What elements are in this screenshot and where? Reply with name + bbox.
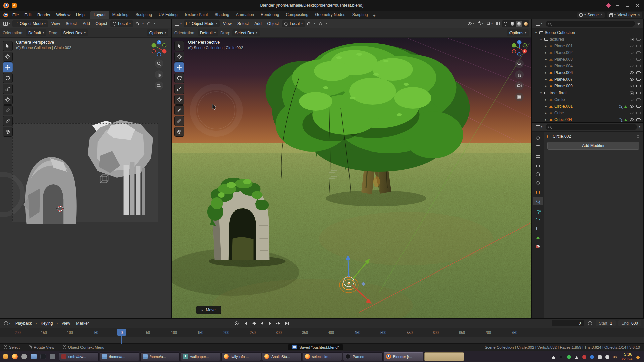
hide-viewport-icon[interactable]: [630, 112, 634, 114]
tab-tool[interactable]: [533, 134, 543, 142]
hide-viewport-icon[interactable]: [630, 52, 634, 54]
tab-material[interactable]: [533, 242, 543, 251]
expand-icon[interactable]: ▸: [544, 111, 548, 115]
pan-hand-icon[interactable]: [155, 70, 163, 79]
clock[interactable]: 5:36 3/29/24: [621, 352, 632, 361]
proportional-falloff-button[interactable]: ▾: [153, 21, 157, 26]
taskbar-window-select-sim[interactable]: select sim...: [303, 352, 342, 361]
outliner-row-object[interactable]: ▸ Plane.004: [532, 63, 643, 69]
spotify-icon[interactable]: [567, 354, 571, 359]
snap-options-button[interactable]: ▾: [141, 21, 145, 26]
measure-tool[interactable]: [174, 116, 184, 126]
bluetooth-icon[interactable]: [590, 354, 594, 359]
tab-modeling[interactable]: Modeling: [109, 11, 132, 19]
unlink-scene-icon[interactable]: ×: [600, 13, 602, 17]
operator-panel[interactable]: ▸ Move: [196, 306, 221, 314]
scale-tool[interactable]: [3, 84, 13, 94]
show-hide-dropdown[interactable]: ▾: [466, 21, 475, 26]
orientation-dropdown[interactable]: Default▾: [198, 29, 218, 36]
menu-file[interactable]: File: [10, 12, 21, 18]
transform-orientation-select[interactable]: Local▾: [282, 20, 305, 27]
jump-to-end-button[interactable]: [283, 320, 291, 327]
outliner-row-scene-collection[interactable]: ▾ Scene Collection: [532, 29, 643, 36]
tab-sculpting[interactable]: Sculpting: [132, 11, 155, 19]
playhead[interactable]: 0: [117, 329, 126, 336]
outliner-row-object[interactable]: ▸ Circle.001: [532, 103, 643, 110]
network-icon[interactable]: [605, 354, 610, 359]
material-preview-button[interactable]: [516, 21, 522, 27]
menu-add[interactable]: Add: [80, 20, 92, 27]
disable-render-icon[interactable]: [636, 98, 640, 101]
hide-viewport-icon[interactable]: [630, 65, 634, 67]
outliner-row-object[interactable]: ▸ Plane.007: [532, 76, 643, 83]
hide-viewport-icon[interactable]: [630, 58, 634, 60]
measure-tool[interactable]: [3, 116, 13, 126]
outliner-row-collection[interactable]: ▾ tree_final: [532, 89, 643, 96]
menu-add[interactable]: Add: [252, 20, 264, 27]
filter-dropdown-icon[interactable]: ▾: [639, 126, 640, 128]
tab-compositing[interactable]: Compositing: [282, 11, 312, 19]
disable-render-icon[interactable]: [636, 112, 640, 114]
expand-icon[interactable]: ▸: [544, 105, 548, 108]
volume-icon[interactable]: [597, 354, 602, 359]
outliner-row-collection[interactable]: ▾ textures: [532, 36, 643, 43]
editor-type-button[interactable]: ▾: [3, 320, 12, 326]
add-cube-tool[interactable]: [174, 127, 184, 137]
disable-render-icon[interactable]: [636, 58, 640, 61]
system-monitor-icon[interactable]: [551, 354, 556, 359]
snap-toggle[interactable]: [306, 21, 312, 26]
select-box-tool[interactable]: [174, 41, 184, 51]
timeline-body[interactable]: -200 -150 -100 -50 50 100 150 200 250 30…: [0, 328, 644, 344]
menu-playback[interactable]: Playback: [13, 320, 34, 327]
menu-marker[interactable]: Marker: [74, 320, 91, 327]
expand-icon[interactable]: ▸: [544, 44, 548, 48]
taskbar-window-home2[interactable]: /home/a...: [140, 352, 180, 361]
expand-icon[interactable]: ▾: [539, 91, 543, 95]
outliner-row-object[interactable]: ▸ Plane.006: [532, 69, 643, 76]
hide-viewport-icon[interactable]: [630, 85, 634, 87]
outliner-search-input[interactable]: [546, 21, 635, 27]
camera-view-icon[interactable]: [155, 81, 163, 90]
tab-output[interactable]: [533, 152, 543, 160]
keyboard-layout-indicator[interactable]: us: [613, 355, 617, 359]
tab-world[interactable]: [533, 179, 543, 187]
editor-type-button[interactable]: ▾: [174, 21, 183, 27]
overlays-dropdown[interactable]: ▾: [486, 21, 494, 26]
collection-checkbox[interactable]: [630, 38, 634, 41]
zoom-icon[interactable]: [155, 59, 163, 68]
snap-options-button[interactable]: ▾: [313, 21, 317, 26]
options-dropdown[interactable]: Options▾: [147, 29, 168, 36]
viewlayer-selector[interactable]: ▾ ViewLayer ×: [607, 12, 642, 18]
tab-object-data[interactable]: [533, 233, 543, 242]
tab-render[interactable]: [533, 143, 543, 151]
menu-render[interactable]: Render: [35, 12, 53, 18]
next-keyframe-button[interactable]: [275, 320, 282, 327]
editor-launcher-icon[interactable]: [48, 352, 57, 361]
files-launcher-icon[interactable]: [30, 352, 38, 361]
menu-select[interactable]: Select: [63, 20, 79, 27]
tab-scene[interactable]: [533, 170, 543, 178]
rotate-tool[interactable]: [3, 73, 13, 83]
hide-viewport-icon[interactable]: [630, 99, 634, 101]
orientation-dropdown[interactable]: Default▾: [26, 29, 46, 36]
steam-icon[interactable]: [559, 354, 564, 359]
minimize-button[interactable]: [614, 3, 621, 8]
app-menu-icon[interactable]: [1, 352, 10, 361]
select-box-tool[interactable]: [3, 41, 13, 51]
hide-viewport-icon[interactable]: [630, 105, 634, 108]
annotate-tool[interactable]: [174, 105, 184, 115]
taskbar-window-wallpaper[interactable]: wallpaper...: [181, 352, 220, 361]
tab-texture-paint[interactable]: Texture Paint: [181, 11, 211, 19]
disable-render-icon[interactable]: [636, 65, 640, 67]
viewport-canvas-camera[interactable]: Camera Perspective (0) Scene Collection …: [0, 38, 171, 318]
jump-to-start-button[interactable]: [241, 320, 249, 327]
add-workspace-button[interactable]: +: [371, 12, 378, 19]
outliner-row-object[interactable]: ▸ Cube.004: [532, 116, 643, 122]
taskbar-window-home1[interactable]: /home/a...: [100, 352, 139, 361]
timeline-track[interactable]: [0, 337, 644, 344]
tab-physics[interactable]: [533, 215, 543, 224]
cursor-tool[interactable]: [174, 52, 184, 62]
menu-edit[interactable]: Edit: [22, 12, 34, 18]
transform-tool[interactable]: [3, 95, 13, 105]
auto-keying-toggle[interactable]: [233, 320, 240, 327]
